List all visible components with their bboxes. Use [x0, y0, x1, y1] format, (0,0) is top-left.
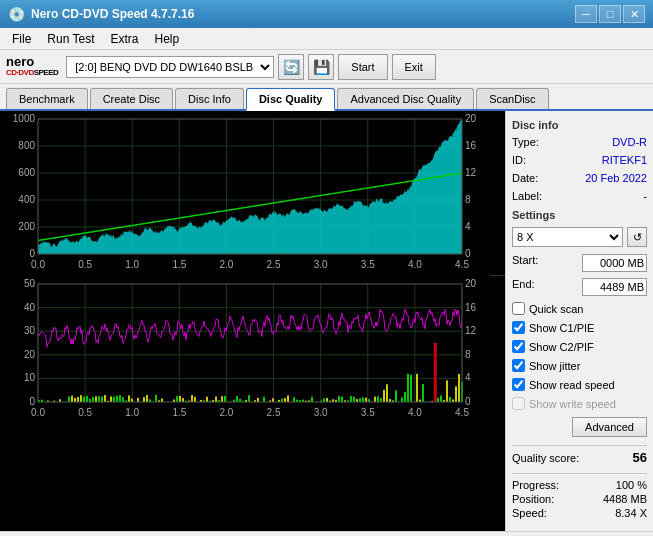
- quick-scan-checkbox[interactable]: [512, 302, 525, 315]
- close-button[interactable]: ✕: [623, 5, 645, 23]
- speed-settings-row: 8 X 4 X 2 X Maximum ↺: [512, 227, 647, 247]
- type-label: Type:: [512, 136, 539, 148]
- menu-bar: File Run Test Extra Help: [0, 28, 653, 50]
- chart-bottom: [0, 276, 505, 531]
- toolbar: nero CD·DVDSPEED [2:0] BENQ DVD DD DW164…: [0, 50, 653, 84]
- show-c1pie-label[interactable]: Show C1/PIE: [529, 322, 594, 334]
- menu-file[interactable]: File: [4, 30, 39, 48]
- nero-logo: nero CD·DVDSPEED: [6, 55, 58, 78]
- disc-type-row: Type: DVD-R: [512, 135, 647, 149]
- show-read-speed-label[interactable]: Show read speed: [529, 379, 615, 391]
- end-label: End:: [512, 278, 535, 296]
- quality-score-row: Quality score: 56: [512, 445, 647, 465]
- progress-section: Progress: 100 % Position: 4488 MB Speed:…: [512, 473, 647, 520]
- type-value: DVD-R: [612, 136, 647, 148]
- show-write-speed-row: Show write speed: [512, 397, 647, 410]
- tab-bar: Benchmark Create Disc Disc Info Disc Qua…: [0, 84, 653, 111]
- tab-benchmark[interactable]: Benchmark: [6, 88, 88, 109]
- advanced-button[interactable]: Advanced: [572, 417, 647, 437]
- show-c1pie-row: Show C1/PIE: [512, 321, 647, 334]
- speed-refresh-button[interactable]: ↺: [627, 227, 647, 247]
- quality-score-value: 56: [633, 450, 647, 465]
- menu-run-test[interactable]: Run Test: [39, 30, 102, 48]
- exit-button[interactable]: Exit: [392, 54, 436, 80]
- show-c1pie-checkbox[interactable]: [512, 321, 525, 334]
- end-row: End:: [512, 277, 647, 297]
- settings-label: Settings: [512, 209, 647, 221]
- speed-value2: 8.34 X: [615, 507, 647, 519]
- show-jitter-row: Show jitter: [512, 359, 647, 372]
- title-bar: 💿 Nero CD-DVD Speed 4.7.7.16 ─ □ ✕: [0, 0, 653, 28]
- show-c2pif-label[interactable]: Show C2/PIF: [529, 341, 594, 353]
- quick-scan-row: Quick scan: [512, 302, 647, 315]
- start-label: Start:: [512, 254, 538, 272]
- drive-select[interactable]: [2:0] BENQ DVD DD DW1640 BSLB: [66, 56, 274, 78]
- menu-help[interactable]: Help: [147, 30, 188, 48]
- disc-date-row: Date: 20 Feb 2022: [512, 171, 647, 185]
- menu-extra[interactable]: Extra: [102, 30, 146, 48]
- chart-area: [0, 111, 505, 531]
- id-value: RITEKF1: [602, 154, 647, 166]
- show-read-speed-row: Show read speed: [512, 378, 647, 391]
- disc-id-row: ID: RITEKF1: [512, 153, 647, 167]
- show-read-speed-checkbox[interactable]: [512, 378, 525, 391]
- app-icon: 💿: [8, 6, 25, 22]
- tab-disc-quality[interactable]: Disc Quality: [246, 88, 336, 111]
- right-panel: Disc info Type: DVD-R ID: RITEKF1 Date: …: [505, 111, 653, 531]
- label-label: Label:: [512, 190, 542, 202]
- save-button[interactable]: 💾: [308, 54, 334, 80]
- chart-top: [0, 111, 505, 276]
- end-input[interactable]: [582, 278, 647, 296]
- speed-label2: Speed:: [512, 507, 547, 519]
- position-value: 4488 MB: [603, 493, 647, 505]
- title-bar-text: Nero CD-DVD Speed 4.7.7.16: [31, 7, 194, 21]
- disc-label-row: Label: -: [512, 189, 647, 203]
- disc-info-label: Disc info: [512, 119, 647, 131]
- tab-scandisc[interactable]: ScanDisc: [476, 88, 548, 109]
- progress-label: Progress:: [512, 479, 559, 491]
- minimize-button[interactable]: ─: [575, 5, 597, 23]
- legend-bar: PI Errors Average: 128.44 Maximum: 651 T…: [0, 531, 653, 536]
- date-value: 20 Feb 2022: [585, 172, 647, 184]
- main-content: Disc info Type: DVD-R ID: RITEKF1 Date: …: [0, 111, 653, 531]
- start-row: Start:: [512, 253, 647, 273]
- show-c2pif-row: Show C2/PIF: [512, 340, 647, 353]
- position-label: Position:: [512, 493, 554, 505]
- id-label: ID:: [512, 154, 526, 166]
- show-write-speed-checkbox: [512, 397, 525, 410]
- start-button[interactable]: Start: [338, 54, 387, 80]
- tab-advanced-disc-quality[interactable]: Advanced Disc Quality: [337, 88, 474, 109]
- date-label: Date:: [512, 172, 538, 184]
- tab-disc-info[interactable]: Disc Info: [175, 88, 244, 109]
- maximize-button[interactable]: □: [599, 5, 621, 23]
- quality-score-label: Quality score:: [512, 452, 579, 464]
- start-input[interactable]: [582, 254, 647, 272]
- show-write-speed-label: Show write speed: [529, 398, 616, 410]
- show-c2pif-checkbox[interactable]: [512, 340, 525, 353]
- show-jitter-checkbox[interactable]: [512, 359, 525, 372]
- tab-create-disc[interactable]: Create Disc: [90, 88, 173, 109]
- label-value: -: [643, 190, 647, 202]
- refresh-button[interactable]: 🔄: [278, 54, 304, 80]
- show-jitter-label[interactable]: Show jitter: [529, 360, 580, 372]
- quick-scan-label[interactable]: Quick scan: [529, 303, 583, 315]
- progress-value: 100 %: [616, 479, 647, 491]
- speed-select[interactable]: 8 X 4 X 2 X Maximum: [512, 227, 623, 247]
